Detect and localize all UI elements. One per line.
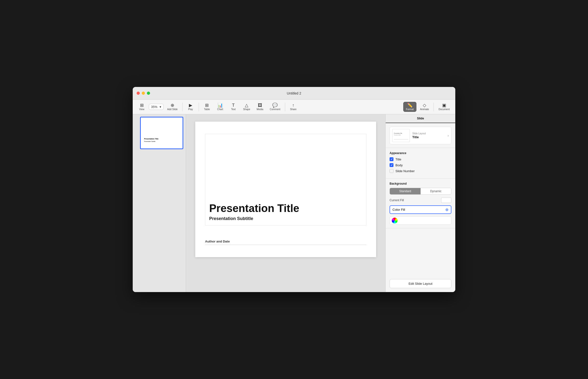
title-checkbox-label: Title: [395, 158, 401, 161]
animate-label: Animate: [420, 108, 429, 111]
format-label: Format: [406, 108, 414, 111]
layout-chevron-icon[interactable]: ›: [447, 134, 449, 138]
layout-info-label: Slide Layout: [412, 132, 447, 135]
zoom-value: 35%: [151, 105, 157, 109]
zoom-control[interactable]: 35% ▾: [149, 104, 163, 110]
format-icon: ✏️: [407, 103, 412, 108]
layout-thumb-subtitle: Presentation Subtitle: [394, 135, 408, 136]
right-panel: Slide Presentation Title Presentation Su…: [385, 114, 455, 292]
share-label: Share: [290, 108, 297, 111]
media-icon: 🖼: [258, 103, 262, 108]
shape-icon: △: [245, 103, 248, 108]
document-label: Document: [439, 108, 450, 111]
document-button[interactable]: ▣ Document: [436, 102, 452, 112]
text-label: Text: [231, 108, 236, 111]
slide-number-checkbox[interactable]: [390, 169, 393, 173]
current-fill-label: Current Fill: [390, 199, 404, 202]
appearance-section: Appearance Title Body Slide Number: [386, 148, 455, 178]
color-fill-chevron-icon: ⊕: [445, 207, 448, 212]
add-slide-label: Add Slide: [167, 108, 178, 111]
view-button[interactable]: ⊞ View: [136, 102, 148, 112]
slide-thumbnail[interactable]: Presentation Title Presentation Subtitle: [140, 117, 183, 149]
dynamic-option[interactable]: Dynamic: [421, 188, 451, 194]
main-content: 1 Presentation Title Presentation Subtit…: [133, 114, 455, 292]
format-button[interactable]: ✏️ Format: [403, 102, 416, 112]
play-label: Play: [188, 108, 193, 111]
zoom-chevron-icon: ▾: [160, 105, 161, 109]
media-button[interactable]: 🖼 Media: [254, 102, 266, 112]
slide-number-checkbox-row: Slide Number: [390, 169, 451, 173]
separator-3: [285, 103, 285, 111]
table-icon: ⊞: [205, 103, 209, 108]
window-controls: [137, 92, 150, 95]
color-fill-label: Color Fill: [392, 208, 405, 211]
table-button[interactable]: ⊞ Table: [201, 102, 213, 112]
close-button[interactable]: [137, 92, 140, 95]
minimize-button[interactable]: [142, 92, 145, 95]
layout-preview-row[interactable]: Presentation Title Presentation Subtitle…: [390, 127, 451, 144]
shape-button[interactable]: △ Shape: [241, 102, 253, 112]
comment-button[interactable]: 💬 Comment: [267, 102, 283, 112]
animate-icon: ◇: [423, 103, 426, 108]
standard-option[interactable]: Standard: [390, 188, 421, 194]
background-toggle: Standard Dynamic: [390, 188, 451, 195]
slide-title-area[interactable]: Presentation Title Presentation Subtitle: [205, 134, 366, 225]
thumb-title: Presentation Title: [144, 138, 159, 140]
add-slide-button[interactable]: ⊕ Add Slide: [164, 102, 180, 112]
title-checkbox-row: Title: [390, 157, 451, 161]
chart-button[interactable]: 📊 Chart: [214, 102, 226, 112]
panel-spacer: [386, 228, 455, 275]
tab-slide[interactable]: Slide: [386, 114, 455, 123]
text-button[interactable]: T Text: [227, 102, 240, 112]
slide-subtitle[interactable]: Presentation Subtitle: [209, 216, 362, 221]
color-circle-icon: [392, 218, 398, 223]
thumb-subtitle: Presentation Subtitle: [144, 141, 155, 142]
share-icon: ↑: [292, 103, 294, 108]
title-checkbox[interactable]: [390, 157, 393, 161]
shape-label: Shape: [243, 108, 250, 111]
separator-1: [182, 103, 182, 111]
layout-info: Slide Layout Title: [410, 132, 447, 139]
slide-number-checkbox-label: Slide Number: [395, 169, 415, 173]
share-button[interactable]: ↑ Share: [287, 102, 299, 112]
media-label: Media: [257, 108, 263, 111]
toolbar-right: ✏️ Format ◇ Animate ▣ Document: [403, 102, 452, 112]
maximize-button[interactable]: [147, 92, 150, 95]
view-icon: ⊞: [140, 103, 144, 108]
fill-swatch[interactable]: [441, 198, 451, 203]
table-label: Table: [204, 108, 210, 111]
background-section: Background Standard Dynamic Current Fill…: [386, 178, 455, 228]
layout-info-value: Title: [412, 135, 447, 139]
animate-button[interactable]: ◇ Animate: [417, 102, 432, 112]
separator-2: [199, 103, 199, 111]
document-icon: ▣: [442, 103, 446, 108]
title-bar: Untitled 2: [133, 87, 455, 100]
comment-label: Comment: [270, 108, 280, 111]
play-icon: ▶: [189, 103, 192, 108]
panel-tab-bar: Slide: [386, 114, 455, 123]
appearance-title: Appearance: [390, 151, 451, 155]
layout-thumbnail: Presentation Title Presentation Subtitle: [392, 129, 410, 142]
slide-main-title[interactable]: Presentation Title: [209, 203, 362, 214]
main-window: Untitled 2 ⊞ View 35% ▾ ⊕ Add Slide ▶ Pl…: [133, 87, 455, 292]
slide-panel: 1 Presentation Title Presentation Subtit…: [133, 114, 186, 292]
canvas-area[interactable]: Presentation Title Presentation Subtitle…: [186, 114, 385, 292]
layout-thumb-title: Presentation Title: [394, 133, 408, 134]
chart-icon: 📊: [217, 103, 223, 108]
window-title: Untitled 2: [287, 91, 301, 95]
chart-label: Chart: [217, 108, 223, 111]
layout-thumb-line: [394, 139, 408, 140]
slide-canvas[interactable]: Presentation Title Presentation Subtitle…: [195, 122, 376, 257]
toolbar: ⊞ View 35% ▾ ⊕ Add Slide ▶ Play ⊞ Table …: [133, 100, 455, 114]
body-checkbox[interactable]: [390, 163, 393, 167]
color-picker-button[interactable]: [390, 216, 451, 225]
slide-author[interactable]: Author and Date: [205, 239, 366, 245]
background-title: Background: [390, 182, 451, 185]
play-button[interactable]: ▶ Play: [184, 102, 197, 112]
add-slide-icon: ⊕: [171, 103, 174, 108]
body-checkbox-row: Body: [390, 163, 451, 167]
color-fill-dropdown[interactable]: Color Fill ⊕: [390, 205, 451, 214]
edit-layout-button[interactable]: Edit Slide Layout: [390, 279, 451, 288]
body-checkbox-label: Body: [395, 163, 403, 167]
view-label: View: [139, 108, 145, 111]
